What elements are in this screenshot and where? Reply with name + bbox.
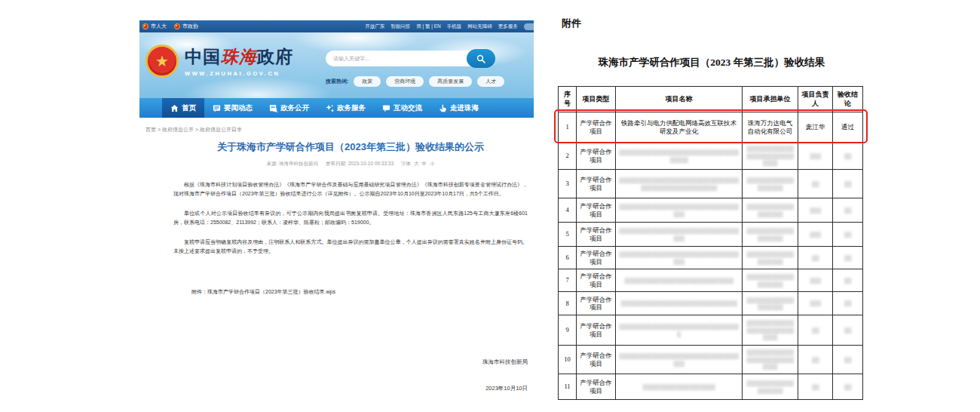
cell-no: 11: [559, 374, 577, 400]
table-row: 8 产学研合作项目 ▒▒▒▒▒▒▒▒▒▒▒▒▒▒▒▒▒▒▒▒▒▒▒▒▒▒▒▒▒▒…: [559, 292, 863, 315]
link-accessibility[interactable]: 网站无障碍: [467, 23, 492, 30]
cell-type: 产学研合作项目: [577, 198, 616, 223]
language-switcher[interactable]: 简 | 繁 | EN: [416, 23, 441, 30]
article-title: 关于珠海市产学研合作项目（2023年第三批）验收结果的公示: [173, 141, 528, 154]
cell-org-blurred: ▒▒▒▒▒▒▒▒▒▒▒▒▒▒▒▒▒▒▒▒: [743, 292, 798, 315]
attachment-document: 附件 珠海市产学研合作项目（2023 年第三批）验收结果 序号 项目类型 项目名…: [556, 17, 867, 400]
cell-type: 产学研合作项目: [577, 315, 616, 346]
search-bar: [326, 51, 493, 66]
cell-project-name-blurred: ▒▒▒▒▒▒▒▒▒▒▒▒▒▒▒▒▒▒▒▒▒▒▒▒▒▒▒▒▒▒▒▒▒▒▒▒▒▒: [616, 143, 743, 170]
cell-type: 产学研合作项目: [577, 247, 616, 269]
paragraph-3: 复核申请应当明确复核内容及理由，注明联系人和联系方式。单位提出异议的需加盖单位公…: [173, 238, 528, 257]
hot-word-policy[interactable]: 政策: [354, 76, 381, 87]
article-signature: 珠海市科技创新局: [482, 358, 528, 366]
search-button[interactable]: [467, 49, 495, 68]
col-header-name: 项目名称: [616, 87, 743, 112]
cell-project-name-blurred: ▒▒▒▒▒▒▒▒▒▒▒▒▒▒▒▒▒▒▒▒▒▒▒▒▒▒▒▒▒▒▒▒▒▒▒▒: [616, 346, 743, 374]
top-utility-bar: 市人大 市政协 开放广东 智能问答 简 | 繁 | EN 手机版 网站无障碍 更…: [139, 20, 534, 32]
site-logo[interactable]: ★ 中国珠海政府 WWW.ZHUHAI.GOV.CN: [145, 45, 293, 78]
cell-person-blurred: ▒▒: [798, 346, 833, 374]
cell-result-blurred: ▒▒: [833, 292, 863, 315]
cell-org-blurred: ▒▒▒▒▒▒▒▒▒▒▒▒▒▒▒▒▒▒▒▒: [743, 170, 798, 198]
link-cppcc[interactable]: 市政协: [174, 23, 198, 30]
meta-source: 来源: 珠海市科技创新局: [266, 161, 318, 168]
cell-person-blurred: ▒▒▒: [798, 223, 833, 247]
link-smart-qa[interactable]: 智能问答: [390, 23, 410, 30]
table-row: 9 产学研合作项目 ▒▒▒▒▒▒▒▒▒▒▒▒▒▒▒▒▒▒▒▒▒▒▒▒▒▒▒▒▒▒…: [559, 315, 863, 346]
cell-project-name-blurred: ▒▒▒▒▒▒▒▒▒▒▒▒▒▒▒▒▒▒▒▒▒▒▒▒▒▒▒▒▒▒: [616, 269, 743, 292]
cell-org-blurred: ▒▒▒▒▒▒▒▒▒▒▒▒▒▒▒▒▒▒▒▒: [743, 269, 798, 292]
nav-home[interactable]: 首页: [162, 98, 204, 118]
font-size-large[interactable]: 大: [414, 161, 419, 168]
emblem-star: ★: [155, 54, 169, 69]
cell-result: 通过: [833, 112, 863, 143]
paragraph-2: 单位或个人对公示项目验收结果有异议的，可于公示期内向我局提出书面复核申请。受理地…: [173, 209, 528, 228]
cell-result-blurred: ▒▒: [833, 170, 863, 198]
cell-result-blurred: ▒▒: [833, 269, 863, 292]
hot-word-hq-development[interactable]: 高质量发展: [429, 76, 472, 87]
link-peoples-congress[interactable]: 市人大: [142, 23, 167, 30]
cell-no: 7: [559, 269, 577, 292]
nav-gov-services[interactable]: 政务服务: [317, 98, 374, 118]
cell-result-blurred: ▒▒: [833, 143, 863, 170]
results-table-title: 珠海市产学研合作项目（2023 年第三批）验收结果: [556, 56, 867, 69]
attachment-link[interactable]: 附件：珠海市产学研合作项目（2023年第三批）验收结果.wps: [191, 288, 528, 296]
cell-org-blurred: ▒▒▒▒▒▒▒▒▒▒▒▒▒▒▒▒▒▒▒▒▒▒▒▒▒▒▒▒▒▒: [743, 315, 798, 346]
table-row: 7 产学研合作项目 ▒▒▒▒▒▒▒▒▒▒▒▒▒▒▒▒▒▒▒▒▒▒▒▒▒▒▒▒▒▒…: [559, 269, 863, 292]
nav-interaction[interactable]: 互动交流: [374, 98, 430, 118]
hot-word-business-env[interactable]: 营商环境: [386, 76, 424, 87]
cell-org-blurred: ▒▒▒▒▒▒▒▒▒▒▒▒▒▒▒▒▒▒▒▒▒▒▒▒▒▒▒▒▒▒: [743, 143, 798, 170]
link-open-guangdong[interactable]: 开放广东: [365, 23, 384, 30]
font-size-small[interactable]: 小: [430, 161, 435, 168]
attachment-heading: 附件: [562, 17, 867, 30]
main-nav: 首页 要闻动态 政务公开 政务服务 互动交流 走进珠海: [139, 98, 534, 118]
meta-date: 发布日期: 2023-10-10 09:33:33: [326, 161, 394, 168]
link-mobile-version[interactable]: 手机版: [447, 23, 462, 30]
cell-type: 产学研合作项目: [577, 223, 616, 247]
article-meta: 来源: 珠海市科技创新局 发布日期: 2023-10-10 09:33:33 字…: [173, 161, 528, 168]
cell-org-blurred: ▒▒▒▒▒▒▒▒▒▒▒▒▒▒▒▒▒▒▒▒: [743, 374, 798, 400]
cell-org-blurred: ▒▒▒▒▒▒▒▒▒▒▒▒▒▒▒▒▒▒▒▒: [743, 198, 798, 223]
cell-no: 8: [559, 292, 577, 315]
results-table-wrap: 序号 项目类型 项目名称 项目承担单位 项目负责人 验收结论 1 产学研合作项目…: [558, 86, 862, 400]
link-label: 市政协: [182, 23, 198, 30]
nav-label: 政务服务: [337, 103, 366, 113]
font-size-medium[interactable]: 中: [422, 161, 427, 168]
cell-project-name-blurred: ▒▒▒▒▒▒▒▒▒▒▒▒▒▒▒▒▒▒▒▒▒▒▒▒▒▒▒▒▒▒▒▒▒▒: [616, 315, 743, 346]
emblem-icon: [142, 23, 149, 29]
cell-type: 产学研合作项目: [577, 292, 616, 315]
cell-result-blurred: ▒▒: [833, 346, 863, 374]
cell-person-blurred: ▒▒▒: [798, 143, 833, 170]
cell-result-blurred: ▒▒: [833, 315, 863, 346]
cell-type: 产学研合作项目: [577, 170, 616, 198]
hot-words-row: 搜索热词: 政策 营商环境 高质量发展 人才: [326, 76, 504, 87]
cell-result-blurred: ▒▒: [833, 223, 863, 247]
cell-result-blurred: ▒▒: [833, 374, 863, 400]
cell-person-blurred: ▒▒▒: [798, 292, 833, 315]
nav-gov-disclosure[interactable]: 政务公开: [261, 98, 317, 118]
link-label: 市人大: [151, 23, 167, 30]
cell-type: 产学研合作项目: [577, 269, 616, 292]
breadcrumb[interactable]: 首页 > 政府信息公开 > 政府信息公开目录: [145, 126, 242, 134]
link-more-services[interactable]: 更多服务: [498, 23, 518, 30]
cell-project-name-blurred: ▒▒▒▒▒▒▒▒▒▒▒▒▒▒▒▒▒▒▒▒▒▒▒▒▒▒▒▒▒▒▒▒▒▒▒▒: [616, 198, 743, 223]
home-icon: [170, 104, 179, 112]
cell-org-blurred: ▒▒▒▒▒▒▒▒▒▒▒▒▒▒▒▒▒▒▒▒: [743, 247, 798, 269]
cell-no: 9: [559, 315, 577, 346]
cell-project-name: 铁路牵引与电力供配电网络高效互联技术研发及产业化: [616, 112, 743, 143]
nav-news[interactable]: 要闻动态: [204, 98, 261, 118]
font-label: 字体: [401, 161, 411, 168]
site-support-badge[interactable]: [524, 23, 534, 30]
topbar-left-links: 市人大 市政协: [142, 23, 198, 30]
col-header-result: 验收结论: [833, 87, 863, 112]
pointing-hand-icon: [439, 104, 447, 112]
article-body: 根据《珠海市科技计划项目验收管理办法》《珠海市产学研合作及基础与应用基础研究项目…: [173, 180, 528, 257]
document-search-icon: [269, 104, 277, 112]
sparkle-icon: [326, 104, 334, 112]
col-header-person: 项目负责人: [798, 87, 833, 112]
col-header-type: 项目类型: [577, 87, 616, 112]
paragraph-1: 根据《珠海市科技计划项目验收管理办法》《珠海市产学研合作及基础与应用基础研究项目…: [173, 180, 528, 199]
chat-bubble-icon: [382, 104, 390, 112]
nav-about-zhuhai[interactable]: 走进珠海: [430, 98, 487, 118]
hot-word-talent[interactable]: 人才: [477, 76, 504, 87]
